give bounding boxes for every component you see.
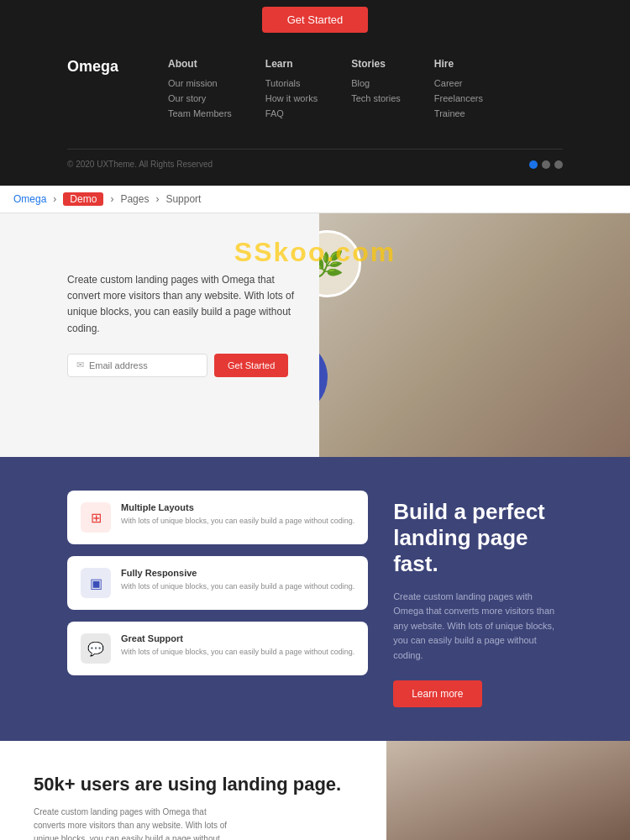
- cta-left: 50k+ users are using landing page. Creat…: [0, 741, 386, 840]
- feature-card-support-desc: With lots of unique blocks, you can easi…: [121, 647, 354, 659]
- cta-heading: 50k+ users are using landing page.: [34, 773, 353, 797]
- footer-link-howitworks[interactable]: How it works: [265, 93, 318, 103]
- great-support-icon: 💬: [81, 633, 111, 664]
- features-heading: Build a perfect landing page fast.: [393, 499, 563, 578]
- feature-card-responsive-text: Fully Responsive With lots of unique blo…: [121, 568, 354, 593]
- feature-card-responsive-desc: With lots of unique blocks, you can easi…: [121, 581, 354, 593]
- feature-card-support-text: Great Support With lots of unique blocks…: [121, 633, 354, 659]
- hero-form: ✉ Get Started: [67, 354, 302, 377]
- email-input-wrapper: ✉: [67, 354, 207, 377]
- top-get-started-button[interactable]: Get Started: [262, 7, 368, 33]
- footer-col-about-heading: About: [168, 58, 232, 70]
- footer-link-techstories[interactable]: Tech stories: [351, 93, 401, 103]
- cta-section: 50k+ users are using landing page. Creat…: [0, 741, 630, 840]
- footer-brand: Omega: [67, 58, 134, 76]
- dot-3[interactable]: [554, 160, 563, 169]
- feature-card-layouts-title: Multiple Layouts: [121, 502, 354, 512]
- feature-card-layouts: ⊞ Multiple Layouts With lots of unique b…: [67, 491, 368, 544]
- footer-link-career[interactable]: Career: [434, 78, 483, 88]
- email-icon: ✉: [76, 360, 84, 370]
- feature-card-responsive: ▣ Fully Responsive With lots of unique b…: [67, 556, 368, 610]
- feature-card-layouts-text: Multiple Layouts With lots of unique blo…: [121, 502, 354, 528]
- fully-responsive-icon: ▣: [81, 568, 111, 598]
- top-button-bar: Get Started: [0, 0, 630, 33]
- footer-col-hire: Hire Career Freelancers Trainee: [434, 58, 483, 123]
- feature-card-responsive-title: Fully Responsive: [121, 568, 354, 578]
- footer-col-hire-heading: Hire: [434, 58, 483, 70]
- breadcrumb-sep-3: ›: [155, 193, 159, 205]
- footer-columns: About Our mission Our story Team Members…: [168, 58, 563, 123]
- hero-cta-button[interactable]: Get Started: [214, 354, 288, 377]
- hero-content: Create custom landing pages with Omega t…: [67, 272, 302, 377]
- breadcrumb-active[interactable]: Demo: [63, 192, 103, 206]
- multiple-layouts-icon: ⊞: [81, 502, 111, 533]
- breadcrumb-pages: Pages: [120, 193, 149, 205]
- hero-person-bg: 🌿 ↑ 39% Conversion: [319, 213, 630, 457]
- conversion-badge: ↑ 39% Conversion: [319, 339, 328, 415]
- plant-icon: 🌿: [319, 249, 344, 279]
- footer-col-stories-heading: Stories: [351, 58, 401, 70]
- footer-link-tutorials[interactable]: Tutorials: [265, 78, 318, 88]
- features-section: SSkoo.com ⊞ Multiple Layouts With lots o…: [0, 457, 630, 741]
- feature-card-support: 💬 Great Support With lots of unique bloc…: [67, 622, 368, 675]
- hero-image: 🌿 ↑ 39% Conversion: [319, 213, 630, 457]
- footer-link-trainee[interactable]: Trainee: [434, 108, 483, 118]
- hero-description: Create custom landing pages with Omega t…: [67, 272, 302, 337]
- footer-link-mission[interactable]: Our mission: [168, 78, 232, 88]
- footer-col-about: About Our mission Our story Team Members: [168, 58, 232, 123]
- footer-link-freelancers[interactable]: Freelancers: [434, 93, 483, 103]
- footer-link-blog[interactable]: Blog: [351, 78, 401, 88]
- footer-col-learn: Learn Tutorials How it works FAQ: [265, 58, 318, 123]
- cta-description: Create custom landing pages with Omega t…: [34, 806, 235, 840]
- footer-link-story[interactable]: Our story: [168, 93, 232, 103]
- feature-card-layouts-desc: With lots of unique blocks, you can easi…: [121, 516, 354, 528]
- footer-top: Omega About Our mission Our story Team M…: [67, 58, 563, 123]
- breadcrumb-sep-1: ›: [53, 193, 56, 205]
- footer-col-learn-heading: Learn: [265, 58, 318, 70]
- dot-1[interactable]: [529, 160, 538, 169]
- feature-card-support-title: Great Support: [121, 633, 354, 643]
- features-description: Create custom landing pages with Omega t…: [393, 590, 563, 664]
- footer-link-team[interactable]: Team Members: [168, 108, 232, 118]
- footer-copyright: © 2020 UXTheme. All Rights Reserved: [67, 160, 213, 169]
- dot-2[interactable]: [542, 160, 550, 169]
- hero-section: Create custom landing pages with Omega t…: [0, 213, 630, 457]
- footer-bottom: © 2020 UXTheme. All Rights Reserved: [67, 149, 563, 169]
- footer-link-faq[interactable]: FAQ: [265, 108, 318, 118]
- features-learn-more-button[interactable]: Learn more: [393, 680, 481, 707]
- footer-pagination-dots: [529, 160, 563, 169]
- plant-circle: 🌿: [319, 230, 361, 297]
- cta-right-image: [386, 741, 630, 840]
- features-promo: Build a perfect landing page fast. Creat…: [393, 491, 563, 707]
- breadcrumb-support: Support: [165, 193, 201, 205]
- breadcrumb-brand[interactable]: Omega: [13, 193, 46, 205]
- footer-col-stories: Stories Blog Tech stories: [351, 58, 401, 123]
- breadcrumb-bar: Omega › Demo › Pages › Support: [0, 186, 630, 213]
- breadcrumb-sep-2: ›: [110, 193, 113, 205]
- features-cards: ⊞ Multiple Layouts With lots of unique b…: [67, 491, 368, 675]
- footer-section: Omega About Our mission Our story Team M…: [0, 33, 630, 186]
- email-input[interactable]: [89, 354, 198, 376]
